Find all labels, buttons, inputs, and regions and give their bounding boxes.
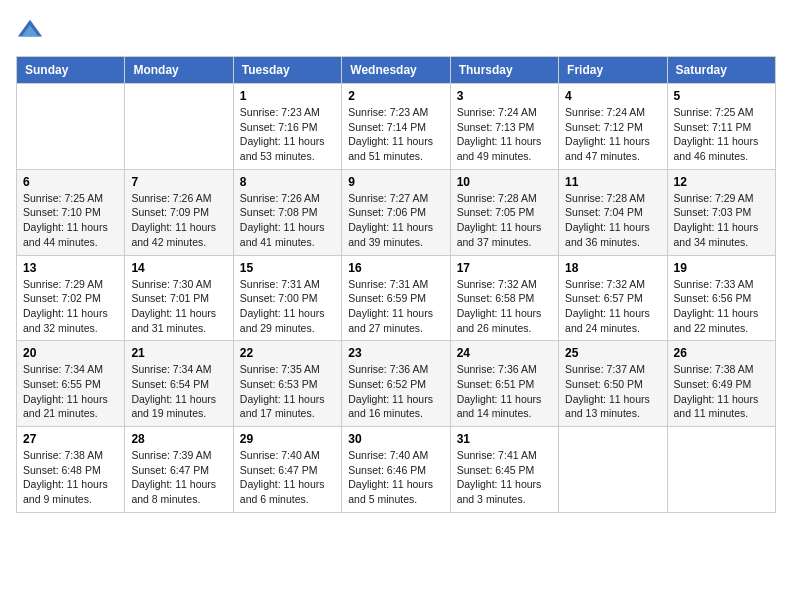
calendar-cell: 8Sunrise: 7:26 AMSunset: 7:08 PMDaylight… xyxy=(233,169,341,255)
calendar-cell xyxy=(125,84,233,170)
calendar-week-row: 20Sunrise: 7:34 AMSunset: 6:55 PMDayligh… xyxy=(17,341,776,427)
day-info: Sunrise: 7:30 AMSunset: 7:01 PMDaylight:… xyxy=(131,277,226,336)
day-info: Sunrise: 7:40 AMSunset: 6:46 PMDaylight:… xyxy=(348,448,443,507)
day-number: 28 xyxy=(131,432,226,446)
day-info: Sunrise: 7:40 AMSunset: 6:47 PMDaylight:… xyxy=(240,448,335,507)
day-info: Sunrise: 7:38 AMSunset: 6:49 PMDaylight:… xyxy=(674,362,769,421)
calendar-cell xyxy=(559,427,667,513)
day-info: Sunrise: 7:34 AMSunset: 6:55 PMDaylight:… xyxy=(23,362,118,421)
day-number: 4 xyxy=(565,89,660,103)
day-info: Sunrise: 7:28 AMSunset: 7:05 PMDaylight:… xyxy=(457,191,552,250)
logo xyxy=(16,16,48,44)
day-number: 25 xyxy=(565,346,660,360)
calendar-cell: 2Sunrise: 7:23 AMSunset: 7:14 PMDaylight… xyxy=(342,84,450,170)
day-info: Sunrise: 7:32 AMSunset: 6:58 PMDaylight:… xyxy=(457,277,552,336)
calendar-cell: 18Sunrise: 7:32 AMSunset: 6:57 PMDayligh… xyxy=(559,255,667,341)
day-number: 3 xyxy=(457,89,552,103)
day-number: 11 xyxy=(565,175,660,189)
calendar-cell: 29Sunrise: 7:40 AMSunset: 6:47 PMDayligh… xyxy=(233,427,341,513)
calendar-cell: 23Sunrise: 7:36 AMSunset: 6:52 PMDayligh… xyxy=(342,341,450,427)
calendar-cell: 22Sunrise: 7:35 AMSunset: 6:53 PMDayligh… xyxy=(233,341,341,427)
calendar-cell: 30Sunrise: 7:40 AMSunset: 6:46 PMDayligh… xyxy=(342,427,450,513)
calendar-cell: 5Sunrise: 7:25 AMSunset: 7:11 PMDaylight… xyxy=(667,84,775,170)
day-info: Sunrise: 7:34 AMSunset: 6:54 PMDaylight:… xyxy=(131,362,226,421)
calendar-cell: 10Sunrise: 7:28 AMSunset: 7:05 PMDayligh… xyxy=(450,169,558,255)
calendar-cell: 7Sunrise: 7:26 AMSunset: 7:09 PMDaylight… xyxy=(125,169,233,255)
day-of-week-header: Thursday xyxy=(450,57,558,84)
day-info: Sunrise: 7:26 AMSunset: 7:09 PMDaylight:… xyxy=(131,191,226,250)
calendar-cell: 21Sunrise: 7:34 AMSunset: 6:54 PMDayligh… xyxy=(125,341,233,427)
day-number: 10 xyxy=(457,175,552,189)
day-number: 13 xyxy=(23,261,118,275)
calendar-cell: 14Sunrise: 7:30 AMSunset: 7:01 PMDayligh… xyxy=(125,255,233,341)
calendar-cell: 15Sunrise: 7:31 AMSunset: 7:00 PMDayligh… xyxy=(233,255,341,341)
day-number: 1 xyxy=(240,89,335,103)
calendar-cell: 6Sunrise: 7:25 AMSunset: 7:10 PMDaylight… xyxy=(17,169,125,255)
day-info: Sunrise: 7:23 AMSunset: 7:14 PMDaylight:… xyxy=(348,105,443,164)
day-number: 14 xyxy=(131,261,226,275)
day-of-week-header: Friday xyxy=(559,57,667,84)
calendar-cell: 28Sunrise: 7:39 AMSunset: 6:47 PMDayligh… xyxy=(125,427,233,513)
calendar-cell: 26Sunrise: 7:38 AMSunset: 6:49 PMDayligh… xyxy=(667,341,775,427)
calendar-cell: 19Sunrise: 7:33 AMSunset: 6:56 PMDayligh… xyxy=(667,255,775,341)
day-number: 8 xyxy=(240,175,335,189)
calendar-week-row: 6Sunrise: 7:25 AMSunset: 7:10 PMDaylight… xyxy=(17,169,776,255)
day-number: 23 xyxy=(348,346,443,360)
day-number: 27 xyxy=(23,432,118,446)
day-number: 9 xyxy=(348,175,443,189)
day-number: 26 xyxy=(674,346,769,360)
day-info: Sunrise: 7:36 AMSunset: 6:51 PMDaylight:… xyxy=(457,362,552,421)
day-info: Sunrise: 7:29 AMSunset: 7:03 PMDaylight:… xyxy=(674,191,769,250)
day-info: Sunrise: 7:25 AMSunset: 7:11 PMDaylight:… xyxy=(674,105,769,164)
day-of-week-header: Wednesday xyxy=(342,57,450,84)
day-number: 17 xyxy=(457,261,552,275)
calendar-header-row: SundayMondayTuesdayWednesdayThursdayFrid… xyxy=(17,57,776,84)
day-number: 20 xyxy=(23,346,118,360)
day-info: Sunrise: 7:33 AMSunset: 6:56 PMDaylight:… xyxy=(674,277,769,336)
day-number: 15 xyxy=(240,261,335,275)
day-of-week-header: Monday xyxy=(125,57,233,84)
day-of-week-header: Sunday xyxy=(17,57,125,84)
day-number: 21 xyxy=(131,346,226,360)
day-info: Sunrise: 7:37 AMSunset: 6:50 PMDaylight:… xyxy=(565,362,660,421)
calendar-cell: 25Sunrise: 7:37 AMSunset: 6:50 PMDayligh… xyxy=(559,341,667,427)
page-header xyxy=(16,16,776,44)
calendar-week-row: 13Sunrise: 7:29 AMSunset: 7:02 PMDayligh… xyxy=(17,255,776,341)
day-info: Sunrise: 7:23 AMSunset: 7:16 PMDaylight:… xyxy=(240,105,335,164)
day-number: 6 xyxy=(23,175,118,189)
day-number: 19 xyxy=(674,261,769,275)
calendar-cell: 4Sunrise: 7:24 AMSunset: 7:12 PMDaylight… xyxy=(559,84,667,170)
day-number: 30 xyxy=(348,432,443,446)
day-info: Sunrise: 7:28 AMSunset: 7:04 PMDaylight:… xyxy=(565,191,660,250)
calendar-cell: 11Sunrise: 7:28 AMSunset: 7:04 PMDayligh… xyxy=(559,169,667,255)
day-of-week-header: Tuesday xyxy=(233,57,341,84)
calendar-cell: 3Sunrise: 7:24 AMSunset: 7:13 PMDaylight… xyxy=(450,84,558,170)
calendar-cell: 13Sunrise: 7:29 AMSunset: 7:02 PMDayligh… xyxy=(17,255,125,341)
day-info: Sunrise: 7:25 AMSunset: 7:10 PMDaylight:… xyxy=(23,191,118,250)
day-info: Sunrise: 7:36 AMSunset: 6:52 PMDaylight:… xyxy=(348,362,443,421)
day-number: 16 xyxy=(348,261,443,275)
calendar-cell: 17Sunrise: 7:32 AMSunset: 6:58 PMDayligh… xyxy=(450,255,558,341)
calendar-cell: 1Sunrise: 7:23 AMSunset: 7:16 PMDaylight… xyxy=(233,84,341,170)
day-number: 2 xyxy=(348,89,443,103)
calendar-cell xyxy=(667,427,775,513)
day-info: Sunrise: 7:31 AMSunset: 7:00 PMDaylight:… xyxy=(240,277,335,336)
day-info: Sunrise: 7:24 AMSunset: 7:13 PMDaylight:… xyxy=(457,105,552,164)
calendar-cell: 20Sunrise: 7:34 AMSunset: 6:55 PMDayligh… xyxy=(17,341,125,427)
calendar-week-row: 1Sunrise: 7:23 AMSunset: 7:16 PMDaylight… xyxy=(17,84,776,170)
day-number: 29 xyxy=(240,432,335,446)
calendar-cell xyxy=(17,84,125,170)
day-number: 31 xyxy=(457,432,552,446)
day-info: Sunrise: 7:31 AMSunset: 6:59 PMDaylight:… xyxy=(348,277,443,336)
calendar-cell: 24Sunrise: 7:36 AMSunset: 6:51 PMDayligh… xyxy=(450,341,558,427)
day-number: 5 xyxy=(674,89,769,103)
day-number: 12 xyxy=(674,175,769,189)
day-number: 22 xyxy=(240,346,335,360)
day-info: Sunrise: 7:24 AMSunset: 7:12 PMDaylight:… xyxy=(565,105,660,164)
day-info: Sunrise: 7:26 AMSunset: 7:08 PMDaylight:… xyxy=(240,191,335,250)
calendar-cell: 31Sunrise: 7:41 AMSunset: 6:45 PMDayligh… xyxy=(450,427,558,513)
day-info: Sunrise: 7:27 AMSunset: 7:06 PMDaylight:… xyxy=(348,191,443,250)
logo-icon xyxy=(16,16,44,44)
day-info: Sunrise: 7:35 AMSunset: 6:53 PMDaylight:… xyxy=(240,362,335,421)
day-of-week-header: Saturday xyxy=(667,57,775,84)
